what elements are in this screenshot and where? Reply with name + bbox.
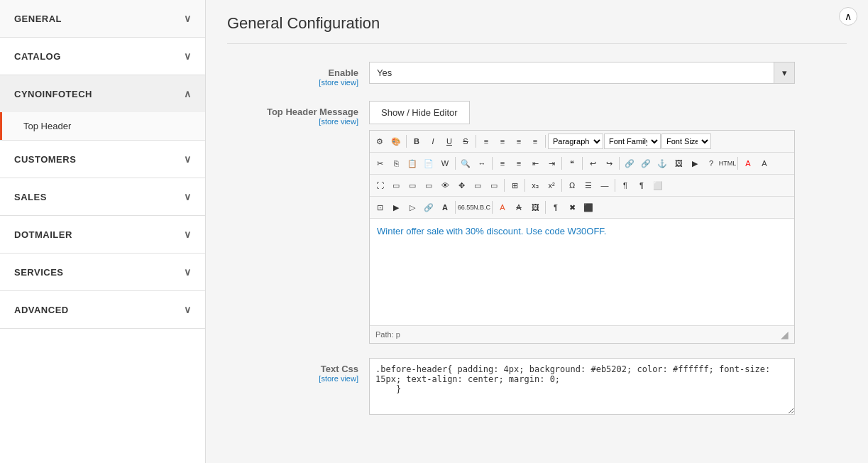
maximize-icon[interactable]: ⬜ bbox=[650, 178, 666, 193]
block2-icon[interactable]: ▭ bbox=[405, 178, 420, 193]
paragraph-select[interactable]: Paragraph Heading 1 Heading 2 Heading 3 bbox=[548, 134, 603, 149]
sidebar-item-catalog-header[interactable]: CATALOG ∨ bbox=[0, 38, 205, 75]
sidebar-item-general-header[interactable]: GENERAL ∨ bbox=[0, 0, 205, 37]
sidebar-item-dotmailer-label: DOTMAILER bbox=[14, 229, 72, 240]
toolbar-separator bbox=[545, 201, 546, 214]
superscript-icon[interactable]: x² bbox=[544, 178, 559, 193]
link-icon[interactable]: 🔗 bbox=[622, 156, 637, 171]
toolbar-separator bbox=[455, 201, 456, 214]
editor-content-area[interactable]: Winter offer sale with 30% discount. Use… bbox=[370, 219, 794, 325]
resize2-icon[interactable]: ⬛ bbox=[581, 200, 596, 215]
special-chars-icon[interactable]: Ω bbox=[564, 178, 580, 193]
image2-icon[interactable]: 🖼 bbox=[527, 200, 543, 215]
collapse-button[interactable]: ∧ bbox=[839, 7, 857, 26]
paste-text-icon[interactable]: 📄 bbox=[421, 156, 436, 171]
list-ordered-icon[interactable]: ≡ bbox=[511, 156, 527, 171]
unlink-icon[interactable]: 🔗 bbox=[638, 156, 654, 171]
align-right-icon[interactable]: ≡ bbox=[511, 134, 527, 149]
align-justify-icon[interactable]: ≡ bbox=[527, 134, 543, 149]
sidebar-item-dotmailer-header[interactable]: DOTMAILER ∨ bbox=[0, 216, 205, 253]
hr-icon[interactable]: — bbox=[597, 178, 612, 193]
enable-select[interactable]: Yes No bbox=[369, 62, 795, 84]
sidebar-item-services: SERVICES ∨ bbox=[0, 254, 205, 291]
flash-icon[interactable]: ▶ bbox=[687, 156, 703, 171]
table-icon[interactable]: ⊞ bbox=[507, 178, 522, 193]
sidebar-sub-item-top-header-label: Top Header bbox=[23, 121, 71, 131]
template-icon[interactable]: ☰ bbox=[581, 178, 596, 193]
align-left-icon[interactable]: ≡ bbox=[478, 134, 494, 149]
indent-icon[interactable]: ⇥ bbox=[544, 156, 559, 171]
block5-icon[interactable]: ▭ bbox=[486, 178, 502, 193]
sidebar-item-sales-label: SALES bbox=[14, 192, 47, 202]
bold-icon[interactable]: B bbox=[409, 134, 424, 149]
num-icon[interactable]: 66.55 bbox=[458, 200, 473, 215]
paragraph2-icon[interactable]: ¶ bbox=[634, 178, 649, 193]
sidebar-item-cynoinfotech-header[interactable]: CYNOINFOTECH ∧ bbox=[0, 75, 205, 112]
block3-icon[interactable]: ▭ bbox=[421, 178, 436, 193]
replace-icon[interactable]: ↔ bbox=[474, 156, 490, 171]
form-row-top-header-message: Top Header Message [store view] Show / H… bbox=[227, 101, 847, 344]
text-color2-icon[interactable]: A bbox=[495, 200, 510, 215]
underline-icon[interactable]: U bbox=[441, 134, 457, 149]
blockquote-icon[interactable]: ❝ bbox=[564, 156, 580, 171]
move-icon[interactable]: ✥ bbox=[454, 178, 469, 193]
plugin-icon[interactable]: ⚙ bbox=[372, 134, 388, 149]
html-icon[interactable]: HTML bbox=[720, 156, 735, 171]
sidebar-item-dotmailer: DOTMAILER ∨ bbox=[0, 216, 205, 254]
resize-handle-icon[interactable]: ◢ bbox=[781, 329, 789, 340]
sidebar-item-advanced-header[interactable]: ADVANCED ∨ bbox=[0, 291, 205, 328]
sidebar-sub-item-top-header[interactable]: Top Header bbox=[0, 112, 205, 140]
subscript-icon[interactable]: x₂ bbox=[527, 178, 543, 193]
font-color-icon[interactable]: A bbox=[740, 156, 756, 171]
help-icon[interactable]: ? bbox=[703, 156, 719, 171]
color-wheel-icon[interactable]: 🎨 bbox=[388, 134, 404, 149]
show-blocks-icon[interactable]: ¶ bbox=[617, 178, 633, 193]
font2-icon[interactable]: A bbox=[437, 200, 453, 215]
sidebar-item-sales-header[interactable]: SALES ∨ bbox=[0, 178, 205, 215]
link2-icon[interactable]: 🔗 bbox=[421, 200, 436, 215]
sidebar-item-sales: SALES ∨ bbox=[0, 178, 205, 216]
main-content: General Configuration Enable [store view… bbox=[206, 0, 868, 463]
font-family-select[interactable]: Font Family bbox=[604, 134, 661, 149]
paste-icon[interactable]: 📋 bbox=[405, 156, 420, 171]
form-row-enable: Enable [store view] Yes No ▾ bbox=[227, 62, 847, 87]
list-unordered-icon[interactable]: ≡ bbox=[495, 156, 510, 171]
cut-icon[interactable]: ✂ bbox=[372, 156, 388, 171]
image-icon[interactable]: 🖼 bbox=[671, 156, 686, 171]
media-icon[interactable]: ▶ bbox=[388, 200, 404, 215]
toolbar-separator bbox=[615, 179, 615, 192]
num2-icon[interactable]: N.B.C bbox=[474, 200, 490, 215]
close2-icon[interactable]: ✖ bbox=[564, 200, 580, 215]
block4-icon[interactable]: ▭ bbox=[470, 178, 485, 193]
redo-icon[interactable]: ↪ bbox=[601, 156, 617, 171]
sidebar-item-general: GENERAL ∨ bbox=[0, 0, 205, 38]
sidebar-item-general-label: GENERAL bbox=[14, 13, 62, 24]
editor-path-text: Path: p bbox=[375, 330, 400, 339]
font-highlight-icon[interactable]: A bbox=[757, 156, 772, 171]
sidebar-item-advanced-label: ADVANCED bbox=[14, 305, 69, 315]
block-icon[interactable]: ▭ bbox=[388, 178, 404, 193]
italic-icon[interactable]: I bbox=[425, 134, 441, 149]
media2-icon[interactable]: ▷ bbox=[405, 200, 420, 215]
undo-icon[interactable]: ↩ bbox=[585, 156, 600, 171]
align-center-icon[interactable]: ≡ bbox=[495, 134, 510, 149]
find-icon[interactable]: 🔍 bbox=[458, 156, 473, 171]
toolbar-separator bbox=[406, 135, 407, 148]
sidebar-item-customers-header[interactable]: CUSTOMERS ∨ bbox=[0, 141, 205, 178]
fullscreen-icon[interactable]: ⛶ bbox=[372, 178, 388, 193]
paste-word-icon[interactable]: W bbox=[437, 156, 453, 171]
sidebar-item-services-header[interactable]: SERVICES ∨ bbox=[0, 254, 205, 290]
outdent-icon[interactable]: ⇤ bbox=[527, 156, 543, 171]
strikethrough-icon[interactable]: S bbox=[458, 134, 473, 149]
text-css-textarea[interactable]: .before-header{ padding: 4px; background… bbox=[369, 358, 795, 415]
widget-icon[interactable]: ⊡ bbox=[372, 200, 388, 215]
preview-icon[interactable]: 👁 bbox=[437, 178, 453, 193]
text3-icon[interactable]: A bbox=[511, 200, 527, 215]
enable-label: Enable bbox=[227, 67, 358, 78]
anchor-icon[interactable]: ⚓ bbox=[654, 156, 670, 171]
show-blocks2-icon[interactable]: ¶ bbox=[548, 200, 564, 215]
text-css-label: Text Css bbox=[227, 364, 358, 374]
show-hide-editor-button[interactable]: Show / Hide Editor bbox=[369, 101, 470, 124]
font-size-select[interactable]: Font Size bbox=[661, 134, 711, 149]
copy-icon[interactable]: ⎘ bbox=[388, 156, 404, 171]
